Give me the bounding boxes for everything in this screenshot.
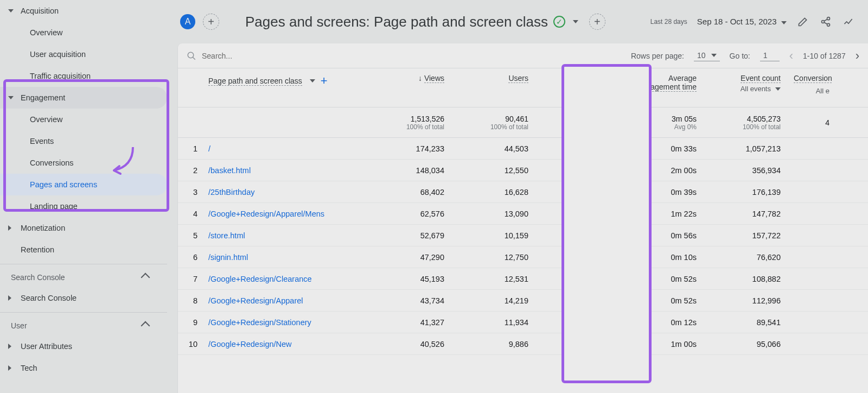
cell-aet: 0m 10s: [626, 253, 710, 262]
cell-views: 40,526: [373, 340, 457, 348]
check-icon[interactable]: ✓: [553, 16, 565, 28]
cell-views: 148,034: [373, 166, 457, 175]
col-events-header[interactable]: Event countAll events: [710, 74, 794, 93]
cell-path[interactable]: /Google+Redesign/Stationery: [204, 318, 373, 327]
cell-path[interactable]: /Google+Redesign/Clearance: [204, 275, 373, 283]
goto-input[interactable]: 1: [760, 50, 780, 61]
total-events: 4,505,273: [710, 115, 781, 123]
table-row[interactable]: 6 /signin.html 47,290 12,750 3.71 0m 10s…: [178, 246, 868, 268]
rows-per-page-select[interactable]: 10: [694, 50, 720, 61]
events-filter[interactable]: All events: [741, 85, 771, 93]
total-views: 1,513,526: [373, 115, 444, 123]
cell-aet: 0m 56s: [626, 231, 710, 240]
col-conv-header[interactable]: ConversionsAll e: [794, 74, 843, 95]
total-events-sub: 100% of total: [710, 123, 781, 131]
nav-retention[interactable]: Retention: [0, 239, 167, 261]
cell-aet: 0m 52s: [626, 296, 710, 305]
nav-acquisition-overview[interactable]: Overview: [0, 22, 167, 43]
col-label: Views: [424, 74, 444, 83]
cell-path[interactable]: /25thBirthday: [204, 188, 373, 196]
table-row[interactable]: 10 /Google+Redesign/New 40,526 9,886 4.1…: [178, 333, 868, 355]
cell-path[interactable]: /store.html: [204, 231, 373, 240]
col-users-header[interactable]: Users: [457, 74, 541, 83]
page-title: Pages and screens: Page path and screen …: [245, 14, 605, 30]
nav-engagement-overview[interactable]: Overview: [0, 109, 167, 130]
nav-user-attributes[interactable]: User Attributes: [0, 335, 167, 357]
col-aet-header[interactable]: Average engagement time: [626, 74, 710, 92]
nav-tech[interactable]: Tech: [0, 357, 167, 379]
add-dimension-button[interactable]: +: [321, 74, 328, 88]
cell-path[interactable]: /Google+Redesign/Apparel/Mens: [204, 210, 373, 218]
section-user[interactable]: User: [0, 316, 167, 335]
col-label: Users: [508, 74, 528, 83]
chevron-down-icon: [711, 54, 717, 57]
cell-vpu: 3.46: [541, 318, 626, 327]
cell-aet: 1m 22s: [626, 210, 710, 218]
nav-engagement-events[interactable]: Events: [0, 130, 167, 152]
chevron-up-icon: [141, 273, 150, 282]
nav-acquisition-user[interactable]: User acquisition: [0, 43, 167, 65]
nav-engagement-conversions[interactable]: Conversions: [0, 152, 167, 174]
col-label: Conversions: [794, 74, 832, 83]
report-table-card: Rows per page: 10 Go to: 1 ‹ 1-10 of 128…: [178, 43, 868, 393]
table-row[interactable]: 7 /Google+Redesign/Clearance 45,193 12,5…: [178, 268, 868, 290]
nav-engagement[interactable]: Engagement: [0, 87, 167, 109]
title-dropdown-icon[interactable]: [573, 20, 578, 23]
search-input[interactable]: [202, 52, 310, 60]
table-row[interactable]: 8 /Google+Redesign/Apparel 43,734 14,219…: [178, 290, 868, 312]
cell-views: 47,290: [373, 253, 457, 262]
nav-monetization[interactable]: Monetization: [0, 217, 167, 239]
cell-events: 1,057,213: [710, 144, 794, 153]
cell-events: 95,066: [710, 340, 794, 348]
nav-engagement-pages-screens[interactable]: Pages and screens: [0, 174, 167, 195]
total-aet: 3m 05s: [626, 115, 697, 123]
col-label: Views per user: [563, 74, 612, 83]
segment-avatar[interactable]: A: [180, 14, 195, 29]
goto-label: Go to:: [730, 52, 750, 60]
nav-acquisition-traffic[interactable]: Traffic acquisition: [0, 65, 167, 87]
nav-engagement-landing[interactable]: Landing page: [0, 195, 167, 217]
chevron-down-icon: [781, 21, 787, 24]
next-page-button[interactable]: ›: [856, 49, 859, 63]
cell-path[interactable]: /Google+Redesign/Apparel: [204, 296, 373, 305]
dimension-header[interactable]: Page path and screen class +: [204, 74, 373, 88]
row-index: 9: [178, 318, 204, 327]
cell-path[interactable]: /: [204, 144, 373, 153]
col-views-header[interactable]: ↓ Views: [373, 74, 457, 83]
cell-users: 14,219: [457, 296, 541, 305]
cell-users: 13,090: [457, 210, 541, 218]
cell-path[interactable]: /basket.html: [204, 166, 373, 175]
cell-vpu: 3.71: [541, 253, 626, 262]
dimension-label: Page path and screen class: [208, 77, 302, 86]
date-range-picker[interactable]: Sep 18 - Oct 15, 2023: [697, 17, 787, 27]
cell-aet: 0m 12s: [626, 318, 710, 327]
nav-acquisition[interactable]: Acquisition: [0, 0, 167, 22]
table-row[interactable]: 5 /store.html 52,679 10,159 5.19 0m 56s …: [178, 225, 868, 246]
table-row[interactable]: 3 /25thBirthday 68,402 16,628 4.11 0m 39…: [178, 181, 868, 203]
prev-page-button[interactable]: ‹: [789, 49, 793, 63]
table-row[interactable]: 4 /Google+Redesign/Apparel/Mens 62,576 1…: [178, 203, 868, 225]
row-index: 10: [178, 340, 204, 348]
col-label: Average engagement time: [626, 74, 697, 92]
section-search-console[interactable]: Search Console: [0, 268, 167, 287]
col-vpu-header[interactable]: Views per user: [541, 74, 626, 83]
conv-filter[interactable]: All e: [816, 87, 829, 95]
data-table: Page path and screen class + ↓ Views Use…: [178, 68, 868, 355]
row-index: 4: [178, 210, 204, 218]
table-row[interactable]: 2 /basket.html 148,034 12,550 11.80 2m 0…: [178, 160, 868, 181]
edit-icon[interactable]: [796, 15, 809, 28]
insights-icon[interactable]: [842, 15, 855, 28]
cell-path[interactable]: /Google+Redesign/New: [204, 340, 373, 348]
sidebar: Acquisition Overview User acquisition Tr…: [0, 0, 167, 393]
table-row[interactable]: 1 / 174,233 44,503 3.92 0m 33s 1,057,213: [178, 138, 868, 160]
table-row[interactable]: 9 /Google+Redesign/Stationery 41,327 11,…: [178, 312, 868, 333]
table-header: Page path and screen class + ↓ Views Use…: [178, 68, 868, 107]
row-index: 7: [178, 275, 204, 283]
add-segment-button[interactable]: +: [203, 14, 219, 30]
cell-path[interactable]: /signin.html: [204, 253, 373, 262]
cell-aet: 0m 39s: [626, 188, 710, 196]
nav-search-console[interactable]: Search Console: [0, 287, 167, 309]
share-icon[interactable]: [819, 15, 832, 28]
total-conv: 4: [794, 118, 829, 127]
add-comparison-button[interactable]: +: [589, 14, 605, 30]
